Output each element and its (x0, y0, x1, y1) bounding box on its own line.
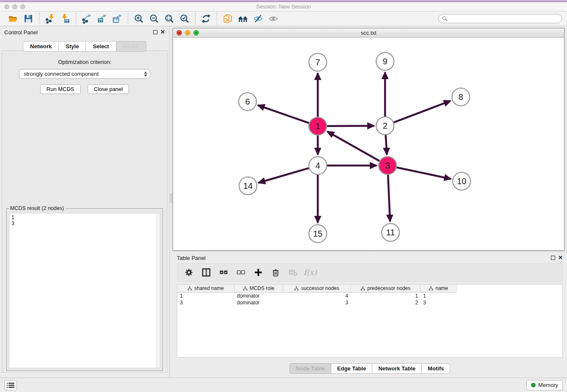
select-all-columns-icon[interactable] (218, 268, 229, 278)
cell-predecessor-nodes[interactable]: 2 (351, 299, 421, 306)
clone-network-icon[interactable] (221, 13, 234, 25)
close-panel-icon[interactable]: ✕ (160, 30, 165, 34)
table-row[interactable]: 3dominator323 (177, 299, 562, 306)
cell-MCDS-role[interactable]: dominator (234, 293, 283, 299)
show-columns-icon[interactable] (201, 268, 212, 278)
toolbar-separator (195, 13, 195, 25)
float-panel-icon[interactable] (153, 30, 157, 34)
cell-MCDS-role[interactable]: dominator (234, 299, 283, 306)
import-network-icon[interactable] (44, 13, 56, 25)
zoom-out-icon[interactable] (148, 13, 160, 25)
column-header-MCDS-role[interactable]: MCDS role (234, 284, 283, 293)
node-15[interactable]: 15 (309, 225, 327, 243)
tab-edge-table[interactable]: Edge Table (331, 363, 372, 374)
mcds-result-list[interactable]: 13 (9, 213, 160, 368)
float-table-panel-icon[interactable] (551, 256, 555, 260)
tab-network-table[interactable]: Network Table (372, 363, 422, 374)
network-maximize-button[interactable]: + (193, 30, 199, 36)
network-minimize-button[interactable]: − (185, 30, 190, 36)
save-session-icon[interactable] (22, 13, 35, 25)
export-image-icon[interactable] (111, 13, 124, 25)
svg-text:7: 7 (315, 58, 320, 67)
zoom-fit-icon[interactable] (163, 13, 176, 25)
edge-3-11[interactable] (388, 175, 390, 221)
cell-successor-nodes[interactable]: 4 (283, 293, 351, 299)
window-title: Session: New Session (256, 3, 311, 10)
unselect-all-columns-icon[interactable] (235, 268, 246, 278)
first-neighbors-icon[interactable] (237, 13, 249, 25)
table-row[interactable]: 1dominator411 (177, 293, 562, 299)
cell-name[interactable]: 3 (421, 299, 457, 306)
criterion-dropdown[interactable]: strongly connected component (19, 69, 150, 79)
node-6[interactable]: 6 (239, 93, 256, 110)
svg-text:11: 11 (386, 228, 395, 237)
open-session-icon[interactable] (7, 13, 19, 25)
node-8[interactable]: 8 (452, 88, 470, 106)
tab-mcds[interactable]: MCDS (116, 41, 146, 52)
edge-1-6[interactable] (258, 105, 309, 123)
memory-status-icon (531, 383, 536, 387)
result-line: 1 (11, 215, 158, 221)
svg-text:3: 3 (385, 161, 390, 170)
close-panel-button[interactable]: Close panel (88, 84, 129, 94)
cell-name[interactable]: 1 (421, 293, 457, 299)
search-icon (442, 16, 448, 22)
memory-button[interactable]: Memory (526, 380, 563, 390)
node-11[interactable]: 11 (382, 224, 399, 241)
tab-select[interactable]: Select (86, 41, 116, 52)
zoom-selected-icon[interactable] (178, 13, 191, 25)
table-options-icon[interactable] (183, 268, 194, 278)
edge-4-14[interactable] (259, 168, 309, 183)
cell-shared-name[interactable]: 1 (177, 293, 234, 299)
delete-columns-icon[interactable] (270, 268, 281, 278)
column-header-predecessor-nodes[interactable]: predecessor nodes (351, 284, 421, 293)
create-new-column-icon[interactable] (253, 268, 264, 278)
cell-successor-nodes[interactable]: 3 (283, 299, 351, 306)
close-table-panel-icon[interactable]: ✕ (558, 256, 563, 260)
column-header-shared-name[interactable]: shared name (177, 284, 234, 293)
criterion-value: strongly connected component (24, 71, 144, 77)
column-header-name[interactable]: name (421, 284, 457, 293)
show-all-icon[interactable] (267, 13, 280, 25)
run-mcds-button[interactable]: Run MCDS (40, 84, 81, 94)
search-input[interactable] (450, 16, 558, 22)
edge-3-10[interactable] (397, 168, 451, 179)
node-14[interactable]: 14 (239, 177, 257, 195)
edge-2-3[interactable] (385, 135, 387, 155)
tab-style[interactable]: Style (59, 41, 86, 52)
result-scrollbar[interactable] (156, 213, 160, 368)
tab-network[interactable]: Network (23, 41, 59, 52)
close-window-button[interactable] (4, 4, 9, 9)
network-close-button[interactable]: ✕ (176, 30, 182, 36)
import-table-icon[interactable] (59, 13, 72, 25)
minimize-window-button[interactable] (12, 4, 17, 9)
zoom-window-button[interactable] (20, 4, 25, 9)
node-1[interactable]: 1 (309, 117, 327, 135)
edge-2-8[interactable] (394, 101, 451, 122)
network-view-window: ✕ − + scc.txt 7968124314101511 (173, 28, 564, 251)
export-table-icon[interactable] (96, 13, 108, 25)
zoom-in-icon[interactable] (132, 13, 145, 25)
column-header-successor-nodes[interactable]: successor nodes (283, 284, 351, 293)
edge-1-2[interactable] (327, 126, 374, 126)
node-7[interactable]: 7 (309, 53, 327, 71)
panel-splitter[interactable] (169, 26, 173, 378)
cell-predecessor-nodes[interactable]: 1 (351, 293, 421, 299)
export-network-icon[interactable] (80, 13, 93, 25)
node-4[interactable]: 4 (309, 157, 327, 174)
node-2[interactable]: 2 (376, 117, 394, 135)
tab-motifs[interactable]: Motifs (422, 363, 450, 374)
svg-text:1: 1 (315, 121, 320, 131)
network-canvas[interactable]: 7968124314101511 (173, 38, 564, 250)
edge-3-1[interactable] (328, 132, 380, 161)
cell-shared-name[interactable]: 3 (177, 299, 234, 306)
task-history-button[interactable] (4, 380, 17, 390)
node-9[interactable]: 9 (376, 52, 394, 70)
node-3[interactable]: 3 (379, 157, 396, 174)
tab-node-table[interactable]: Node Table (289, 363, 331, 374)
splitter-grip[interactable] (170, 193, 172, 203)
refresh-view-icon[interactable] (200, 13, 212, 25)
node-10[interactable]: 10 (453, 172, 471, 190)
titlebar: Session: New Session (0, 2, 567, 11)
hide-selected-icon[interactable] (252, 13, 264, 25)
